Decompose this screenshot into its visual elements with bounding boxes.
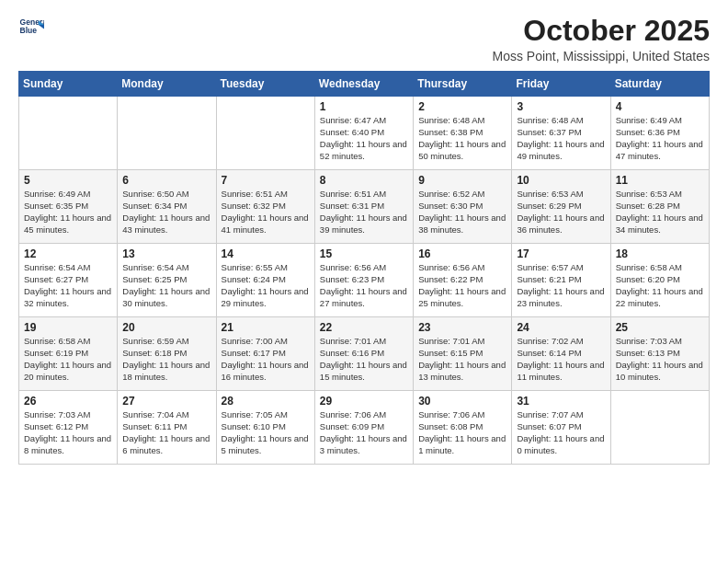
cell-text: Daylight: 11 hours and 36 minutes. [517,213,605,236]
cell-text: Sunrise: 6:54 AM [122,262,210,274]
col-saturday: Saturday [610,72,709,97]
calendar-cell: 31Sunrise: 7:07 AMSunset: 6:07 PMDayligh… [512,391,610,465]
header: General Blue October 2025 Moss Point, Mi… [18,15,710,63]
day-number: 13 [122,247,210,260]
cell-text: Sunrise: 7:03 AM [24,409,112,421]
day-number: 22 [320,321,408,334]
cell-text: Sunrise: 7:01 AM [320,336,408,348]
cell-text: Daylight: 11 hours and 47 minutes. [616,139,704,163]
cell-text: Sunrise: 6:58 AM [616,262,704,274]
calendar-cell [19,97,118,170]
day-number: 18 [616,247,704,260]
day-number: 17 [517,247,605,260]
logo: General Blue [18,15,44,40]
calendar-table: Sunday Monday Tuesday Wednesday Thursday… [18,71,710,465]
calendar-cell: 9Sunrise: 6:52 AMSunset: 6:30 PMDaylight… [414,170,512,244]
calendar-cell [610,391,709,465]
cell-text: Daylight: 11 hours and 39 minutes. [320,213,408,236]
calendar-cell: 6Sunrise: 6:50 AMSunset: 6:34 PMDaylight… [118,170,216,244]
day-number: 16 [418,247,506,260]
day-number: 2 [418,100,506,113]
calendar-cell: 30Sunrise: 7:06 AMSunset: 6:08 PMDayligh… [414,391,512,465]
cell-text: Sunrise: 6:58 AM [24,336,112,348]
calendar-cell: 1Sunrise: 6:47 AMSunset: 6:40 PMDaylight… [314,97,413,170]
cell-text: Sunset: 6:24 PM [222,274,310,286]
cell-text: Sunrise: 6:54 AM [24,262,112,274]
day-number: 29 [320,395,408,408]
week-row-5: 26Sunrise: 7:03 AMSunset: 6:12 PMDayligh… [19,391,710,465]
cell-text: Sunset: 6:07 PM [517,421,605,433]
calendar-cell: 18Sunrise: 6:58 AMSunset: 6:20 PMDayligh… [610,244,709,317]
cell-text: Sunrise: 7:07 AM [517,409,605,421]
day-number: 28 [222,395,310,408]
svg-text:Blue: Blue [20,26,38,35]
cell-text: Daylight: 11 hours and 11 minutes. [517,360,605,384]
calendar-cell: 4Sunrise: 6:49 AMSunset: 6:36 PMDaylight… [610,97,709,170]
cell-text: Sunrise: 7:02 AM [517,336,605,348]
day-number: 26 [24,395,112,408]
calendar-cell: 28Sunrise: 7:05 AMSunset: 6:10 PMDayligh… [216,391,314,465]
week-row-2: 5Sunrise: 6:49 AMSunset: 6:35 PMDaylight… [19,170,710,244]
calendar-cell [216,97,314,170]
cell-text: Sunrise: 6:49 AM [616,115,704,127]
calendar-cell: 10Sunrise: 6:53 AMSunset: 6:29 PMDayligh… [512,170,610,244]
calendar-cell: 21Sunrise: 7:00 AMSunset: 6:17 PMDayligh… [216,317,314,391]
calendar-cell: 15Sunrise: 6:56 AMSunset: 6:23 PMDayligh… [314,244,413,317]
cell-text: Daylight: 11 hours and 13 minutes. [418,360,506,384]
day-number: 27 [122,395,210,408]
calendar-cell: 13Sunrise: 6:54 AMSunset: 6:25 PMDayligh… [118,244,216,317]
calendar-cell: 27Sunrise: 7:04 AMSunset: 6:11 PMDayligh… [118,391,216,465]
day-number: 31 [517,395,605,408]
cell-text: Daylight: 11 hours and 10 minutes. [616,360,704,384]
cell-text: Daylight: 11 hours and 41 minutes. [222,213,310,236]
day-number: 30 [418,395,506,408]
day-number: 21 [222,321,310,334]
calendar-cell: 25Sunrise: 7:03 AMSunset: 6:13 PMDayligh… [610,317,709,391]
cell-text: Sunrise: 6:56 AM [320,262,408,274]
cell-text: Sunset: 6:28 PM [616,201,704,213]
cell-text: Daylight: 11 hours and 22 minutes. [616,286,704,310]
cell-text: Sunset: 6:11 PM [122,421,210,433]
cell-text: Sunset: 6:20 PM [616,274,704,286]
col-sunday: Sunday [19,72,118,97]
cell-text: Sunrise: 6:57 AM [517,262,605,274]
cell-text: Sunrise: 6:51 AM [320,189,408,201]
cell-text: Sunrise: 6:48 AM [418,115,506,127]
calendar-cell: 29Sunrise: 7:06 AMSunset: 6:09 PMDayligh… [314,391,413,465]
cell-text: Daylight: 11 hours and 1 minute. [418,433,506,457]
cell-text: Sunset: 6:34 PM [122,201,210,213]
col-friday: Friday [512,72,610,97]
cell-text: Sunrise: 6:50 AM [122,189,210,201]
cell-text: Sunrise: 7:01 AM [418,336,506,348]
day-number: 24 [517,321,605,334]
cell-text: Sunset: 6:29 PM [517,201,605,213]
cell-text: Daylight: 11 hours and 38 minutes. [418,213,506,236]
cell-text: Sunrise: 7:00 AM [222,336,310,348]
cell-text: Sunset: 6:18 PM [122,348,210,360]
calendar-cell: 26Sunrise: 7:03 AMSunset: 6:12 PMDayligh… [19,391,118,465]
calendar-cell: 20Sunrise: 6:59 AMSunset: 6:18 PMDayligh… [118,317,216,391]
cell-text: Sunset: 6:30 PM [418,201,506,213]
cell-text: Daylight: 11 hours and 18 minutes. [122,360,210,384]
cell-text: Sunset: 6:13 PM [616,348,704,360]
col-wednesday: Wednesday [314,72,413,97]
title-block: October 2025 Moss Point, Mississippi, Un… [492,15,710,63]
day-number: 20 [122,321,210,334]
cell-text: Sunset: 6:08 PM [418,421,506,433]
calendar-cell: 16Sunrise: 6:56 AMSunset: 6:22 PMDayligh… [414,244,512,317]
calendar-cell: 5Sunrise: 6:49 AMSunset: 6:35 PMDaylight… [19,170,118,244]
cell-text: Sunset: 6:23 PM [320,274,408,286]
day-number: 12 [24,247,112,260]
cell-text: Sunset: 6:35 PM [24,201,112,213]
cell-text: Sunset: 6:17 PM [222,348,310,360]
calendar-cell: 8Sunrise: 6:51 AMSunset: 6:31 PMDaylight… [314,170,413,244]
cell-text: Sunset: 6:22 PM [418,274,506,286]
cell-text: Sunset: 6:25 PM [122,274,210,286]
day-number: 14 [222,247,310,260]
cell-text: Sunrise: 6:51 AM [222,189,310,201]
cell-text: Sunrise: 6:52 AM [418,189,506,201]
cell-text: Daylight: 11 hours and 8 minutes. [24,433,112,457]
cell-text: Sunrise: 7:03 AM [616,336,704,348]
cell-text: Sunset: 6:15 PM [418,348,506,360]
header-row: Sunday Monday Tuesday Wednesday Thursday… [19,72,710,97]
